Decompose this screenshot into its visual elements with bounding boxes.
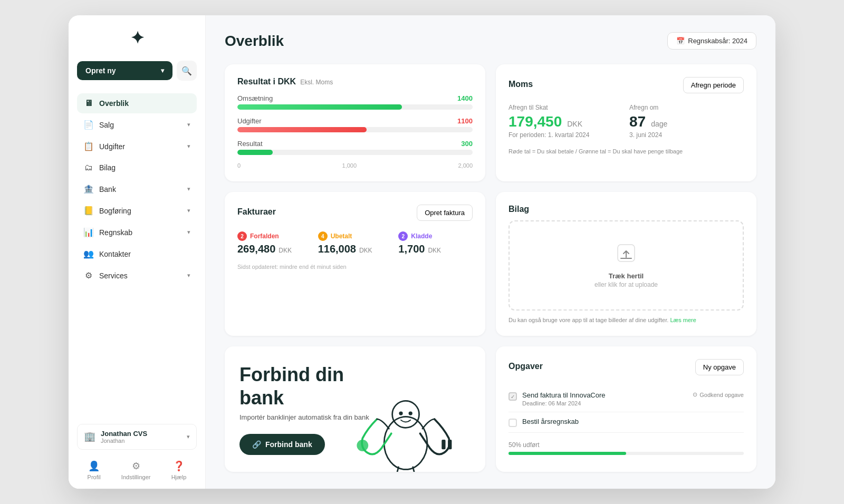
bilag-title: Bilag	[509, 205, 529, 214]
top-grid: Resultat i DKK Eksl. Moms Omsætning 1400…	[225, 64, 756, 181]
bilag-note-link[interactable]: Læs mere	[670, 317, 696, 323]
kladde-amount: 1,700	[398, 243, 425, 255]
bottom-nav-profil[interactable]: 👤 Profil	[88, 460, 101, 480]
check-circle-icon: ⊙	[693, 391, 697, 398]
forbind-bank-button[interactable]: 🔗 Forbind bank	[239, 434, 325, 455]
afregn-periode-button[interactable]: Afregn periode	[683, 77, 744, 93]
bottom-nav-indstillinger[interactable]: ⚙ Indstillinger	[121, 460, 151, 480]
sidebar-top-actions: Opret ny ▾ 🔍	[77, 61, 197, 81]
result-row-omsaetning: Omsætning 1400	[237, 94, 473, 110]
opret-faktura-button[interactable]: Opret faktura	[417, 205, 473, 221]
bottom-grid: Forbind din bank Importér banklinjer aut…	[225, 346, 756, 471]
user-profile[interactable]: 🏢 Jonathan CVS Jonathan ▾	[77, 424, 197, 450]
bank-btn-label: Forbind bank	[265, 440, 312, 449]
sidebar: ✦ Opret ny ▾ 🔍 🖥 Overblik 📄 Salg ▾ 📋 Udg…	[69, 15, 206, 488]
monitor-icon: 🖥	[83, 99, 94, 108]
search-button[interactable]: 🔍	[177, 61, 197, 81]
sidebar-item-bogforing[interactable]: 📒 Bogføring ▾	[77, 200, 197, 221]
task-item: ✓ Send faktura til InnovaCore Deadline: …	[509, 386, 744, 412]
ubetalt-amount: 116,008	[318, 243, 356, 255]
main-content: Overblik 📅 Regnskabsår: 2024 Resultat i …	[206, 15, 775, 488]
task-checkbox-1[interactable]: ✓	[509, 392, 517, 401]
sidebar-item-salg[interactable]: 📄 Salg ▾	[77, 114, 197, 135]
fakturaer-footer: Sidst opdateret: mindre end ét minut sid…	[237, 264, 473, 270]
user-chevron-icon: ▾	[187, 433, 190, 440]
task-content-2: Bestil årsregnskab	[522, 418, 744, 425]
udgifter-label: Udgifter	[237, 117, 262, 125]
sidebar-item-bank[interactable]: 🏦 Bank ▾	[77, 179, 197, 199]
page-title: Overblik	[225, 33, 284, 50]
result-row-udgifter: Udgifter 1100	[237, 117, 473, 132]
sidebar-item-regnskab[interactable]: 📊 Regnskab ▾	[77, 222, 197, 243]
fakturaer-title: Fakturaer	[237, 207, 276, 217]
bilag-upload-area[interactable]: Træk hertil eller klik for at uploade	[509, 220, 744, 311]
chart-icon: 📊	[83, 227, 94, 237]
sidebar-item-label: Bank	[99, 185, 116, 193]
task-content-1: Send faktura til InnovaCore Deadline: 06…	[522, 391, 687, 406]
sidebar-item-label: Bogføring	[99, 207, 131, 215]
sidebar-item-overblik[interactable]: 🖥 Overblik	[77, 93, 197, 113]
progress-bar-bg	[509, 452, 744, 455]
moms-title: Moms	[509, 80, 533, 89]
kladde-badge: 2	[398, 231, 408, 241]
chevron-right-icon: ▾	[187, 143, 190, 150]
people-icon: 👥	[83, 249, 94, 259]
sidebar-item-kontakter[interactable]: 👥 Kontakter	[77, 244, 197, 264]
axis-1000: 1,000	[342, 162, 357, 169]
file-icon: 📄	[83, 120, 94, 130]
udgifter-bar	[237, 127, 367, 132]
create-button[interactable]: Opret ny ▾	[77, 61, 172, 80]
ubetalt-badge: 4	[318, 231, 328, 241]
middle-grid: Fakturaer Opret faktura 2 Forfalden 269,…	[225, 192, 756, 336]
chevron-right-icon: ▾	[187, 207, 190, 214]
fakturaer-header: Fakturaer Opret faktura	[237, 205, 473, 221]
task-action-1[interactable]: ⊙ Godkend opgave	[693, 391, 744, 398]
chevron-right-icon: ▾	[187, 229, 190, 236]
kladde-currency: DKK	[428, 247, 441, 254]
bank-link-icon: 🔗	[252, 440, 261, 449]
ny-opgave-button[interactable]: Ny opgave	[695, 359, 744, 375]
sidebar-nav: 🖥 Overblik 📄 Salg ▾ 📋 Udgifter ▾ 🗂 Bilag…	[77, 93, 197, 287]
svg-point-1	[384, 416, 427, 469]
result-row-resultat: Resultat 300	[237, 140, 473, 155]
moms-days: 87	[629, 113, 646, 130]
sidebar-item-label: Udgifter	[99, 142, 125, 151]
chevron-right-icon: ▾	[187, 186, 190, 192]
task-checkbox-2[interactable]	[509, 419, 517, 427]
stat-ubetalt: 4 Ubetalt 116,008 DKK	[318, 231, 392, 255]
bilag-card: Bilag Træk hertil eller klik for at uplo…	[496, 192, 756, 336]
sidebar-item-label: Regnskab	[99, 228, 132, 237]
upload-icon	[616, 243, 637, 268]
axis-2000: 2,000	[458, 162, 473, 169]
fiscal-year-button[interactable]: 📅 Regnskabsår: 2024	[667, 32, 756, 50]
opgaver-header: Opgaver Ny opgave	[509, 359, 744, 375]
sidebar-item-label: Overblik	[99, 99, 129, 108]
moms-days-unit: dage	[651, 120, 667, 128]
resultat-bar	[237, 150, 273, 155]
svg-rect-5	[448, 440, 452, 449]
omsaetning-label: Omsætning	[237, 94, 273, 102]
bottom-nav-hjaelp[interactable]: ❓ Hjælp	[171, 460, 187, 480]
ubetalt-currency: DKK	[359, 247, 372, 254]
moms-card: Moms Afregn periode Afregn til Skat 179,…	[496, 64, 756, 181]
moms-afregn-label: Afregn til Skat	[509, 104, 623, 111]
sidebar-item-bilag[interactable]: 🗂 Bilag	[77, 158, 197, 178]
task-action-label: Godkend opgave	[699, 392, 744, 398]
bar-axis: 0 1,000 2,000	[237, 162, 473, 169]
bank-icon: 🏦	[83, 184, 94, 194]
sidebar-item-udgifter[interactable]: 📋 Udgifter ▾	[77, 136, 197, 157]
opgaver-card: Opgaver Ny opgave ✓ Send faktura til Inn…	[496, 346, 756, 471]
book-icon: 📒	[83, 206, 94, 216]
gear-icon: ⚙	[83, 270, 94, 280]
bank-card: Forbind din bank Importér banklinjer aut…	[225, 346, 485, 471]
result-card-title: Resultat i DKK	[237, 77, 296, 86]
user-name: Jonathan CVS	[101, 430, 181, 438]
moms-afregn-om-label: Afregn om	[629, 104, 744, 111]
logo-icon: ✦	[130, 28, 143, 48]
sidebar-item-services[interactable]: ⚙ Services ▾	[77, 265, 197, 286]
omsaetning-value: 1400	[457, 94, 473, 102]
forfalden-badge: 2	[237, 231, 247, 241]
sidebar-item-label: Bilag	[99, 163, 116, 172]
user-avatar-icon: 🏢	[84, 431, 95, 442]
chevron-right-icon: ▾	[187, 121, 190, 128]
